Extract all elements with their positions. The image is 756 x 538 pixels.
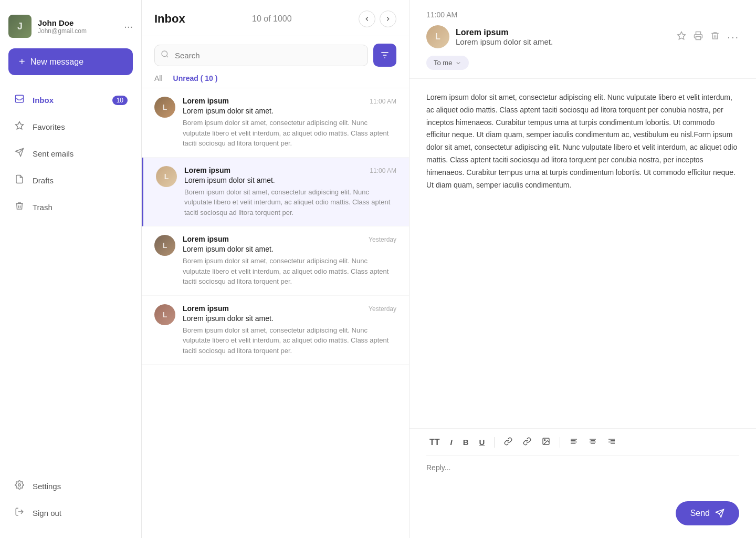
- toolbar-underline-button[interactable]: U: [476, 436, 488, 449]
- toolbar-separator-2: [560, 437, 560, 448]
- sent-label: Sent emails: [33, 149, 74, 158]
- detail-action-buttons: ···: [677, 31, 739, 43]
- email-avatar-4: L: [154, 304, 175, 325]
- email-time-3: Yesterday: [369, 236, 396, 243]
- email-list-panel: Inbox 10 of 1000 All Unread ( 10 ): [142, 0, 410, 538]
- pagination-arrows: [359, 11, 396, 27]
- detail-body: Lorem ipsum dolor sit amet, consectetur …: [410, 79, 756, 429]
- settings-label: Settings: [33, 482, 61, 491]
- star-button[interactable]: [677, 31, 686, 43]
- email-subject-2: Lorem ipsum dolor sit amet.: [184, 176, 396, 184]
- email-time-2: 11:00 AM: [370, 167, 396, 174]
- sidebar-item-inbox[interactable]: Inbox 10: [8, 88, 133, 112]
- toolbar-italic-button[interactable]: I: [447, 436, 456, 449]
- prev-arrow-button[interactable]: [359, 11, 375, 27]
- search-input[interactable]: [154, 45, 368, 66]
- email-list-header: Inbox 10 of 1000: [142, 0, 409, 36]
- sidebar-item-signout[interactable]: Sign out: [8, 501, 133, 525]
- inbox-title: Inbox: [154, 12, 185, 26]
- svg-point-14: [544, 440, 545, 441]
- tabs-bar: All Unread ( 10 ): [142, 74, 409, 88]
- email-content-4: Lorem ipsum Yesterday Lorem ipsum dolor …: [183, 304, 396, 356]
- tab-unread[interactable]: Unread ( 10 ): [173, 74, 218, 82]
- toolbar-text-button[interactable]: TT: [426, 436, 443, 449]
- svg-point-4: [18, 484, 21, 487]
- inbox-label: Inbox: [33, 96, 54, 105]
- user-profile: J John Doe John@gmail.com ···: [8, 11, 133, 48]
- email-item[interactable]: L Lorem ipsum 11:00 AM Lorem ipsum dolor…: [142, 88, 409, 158]
- toolbar-align-left-button[interactable]: [566, 435, 581, 449]
- email-content-2: Lorem ipsum 11:00 AM Lorem ipsum dolor s…: [184, 166, 396, 218]
- email-subject-1: Lorem ipsum dolor sit amet.: [183, 107, 396, 115]
- reply-toolbar: TT I B U: [426, 429, 739, 456]
- signout-label: Sign out: [33, 509, 61, 518]
- email-time-4: Yesterday: [369, 305, 396, 313]
- star-icon: [14, 121, 25, 133]
- reply-area: TT I B U: [410, 429, 756, 497]
- to-me-label: To me: [434, 59, 452, 67]
- email-content-1: Lorem ipsum 11:00 AM Lorem ipsum dolor s…: [183, 97, 396, 149]
- sidebar-item-sent[interactable]: Sent emails: [8, 141, 133, 166]
- inbox-badge: 10: [112, 96, 128, 105]
- drafts-icon: [14, 174, 25, 187]
- email-item[interactable]: L Lorem ipsum Yesterday Lorem ipsum dolo…: [142, 296, 409, 365]
- sidebar: J John Doe John@gmail.com ··· + New mess…: [0, 0, 142, 538]
- email-item[interactable]: L Lorem ipsum Yesterday Lorem ipsum dolo…: [142, 226, 409, 296]
- email-sender-2: Lorem ipsum: [184, 166, 230, 174]
- detail-sender-name: Lorem ipsum: [456, 28, 553, 37]
- svg-marker-1: [16, 122, 24, 129]
- sidebar-item-drafts[interactable]: Drafts: [8, 168, 133, 193]
- tab-all[interactable]: All: [154, 74, 163, 82]
- trash-icon: [14, 201, 25, 213]
- svg-line-7: [166, 56, 168, 57]
- email-preview-1: Borem ipsum dolor sit amet, consectetur …: [183, 118, 396, 149]
- detail-subject-line: Lorem ipsum dolor sit amet.: [456, 37, 553, 46]
- more-button[interactable]: ···: [727, 31, 739, 43]
- toolbar-link1-button[interactable]: [501, 435, 516, 449]
- toolbar-link2-button[interactable]: [520, 435, 534, 449]
- send-button[interactable]: Send: [676, 501, 739, 525]
- svg-point-6: [162, 51, 167, 57]
- sidebar-item-settings[interactable]: Settings: [8, 474, 133, 499]
- detail-time: 11:00 AM: [426, 11, 739, 19]
- search-input-wrap: [154, 45, 368, 66]
- new-message-button[interactable]: + New message: [8, 48, 133, 75]
- email-sender-1: Lorem ipsum: [183, 97, 229, 105]
- reply-input[interactable]: [426, 456, 739, 482]
- trash-label: Trash: [33, 203, 52, 212]
- search-bar: [154, 44, 396, 67]
- toolbar-align-center-button[interactable]: [585, 435, 600, 449]
- email-subject-3: Lorem ipsum dolor sit amet.: [183, 245, 396, 253]
- detail-sender-row: L Lorem ipsum Lorem ipsum dolor sit amet…: [426, 25, 739, 48]
- toolbar-bold-button[interactable]: B: [460, 436, 472, 449]
- email-preview-3: Borem ipsum dolor sit amet, consectetur …: [183, 256, 396, 287]
- toolbar-separator-1: [494, 437, 495, 448]
- print-button[interactable]: [694, 31, 703, 43]
- sidebar-item-favorites[interactable]: Favorites: [8, 115, 133, 139]
- filter-button[interactable]: [373, 44, 396, 67]
- email-avatar-1: L: [154, 97, 175, 118]
- settings-icon: [14, 480, 25, 492]
- sent-icon: [14, 148, 25, 160]
- drafts-label: Drafts: [33, 176, 54, 185]
- user-more-button[interactable]: ···: [124, 20, 133, 33]
- to-me-badge[interactable]: To me: [426, 56, 469, 70]
- user-name: John Doe: [38, 18, 118, 27]
- sidebar-item-trash[interactable]: Trash: [8, 195, 133, 220]
- email-item[interactable]: L Lorem ipsum 11:00 AM Lorem ipsum dolor…: [142, 158, 409, 227]
- email-avatar-2: L: [156, 166, 177, 187]
- toolbar-image-button[interactable]: [539, 435, 553, 449]
- sidebar-bottom: Settings Sign out: [8, 474, 133, 527]
- next-arrow-button[interactable]: [380, 11, 396, 27]
- email-detail-panel: 11:00 AM L Lorem ipsum Lorem ipsum dolor…: [410, 0, 756, 538]
- svg-marker-11: [678, 32, 686, 39]
- user-avatar: J: [8, 15, 32, 38]
- toolbar-align-right-button[interactable]: [604, 435, 619, 449]
- detail-header: 11:00 AM L Lorem ipsum Lorem ipsum dolor…: [410, 0, 756, 79]
- email-avatar-3: L: [154, 235, 175, 256]
- email-subject-4: Lorem ipsum dolor sit amet.: [183, 314, 396, 323]
- send-button-wrap: Send: [410, 497, 756, 538]
- delete-button[interactable]: [710, 31, 720, 43]
- user-info: John Doe John@gmail.com: [38, 18, 118, 35]
- email-content-3: Lorem ipsum Yesterday Lorem ipsum dolor …: [183, 235, 396, 287]
